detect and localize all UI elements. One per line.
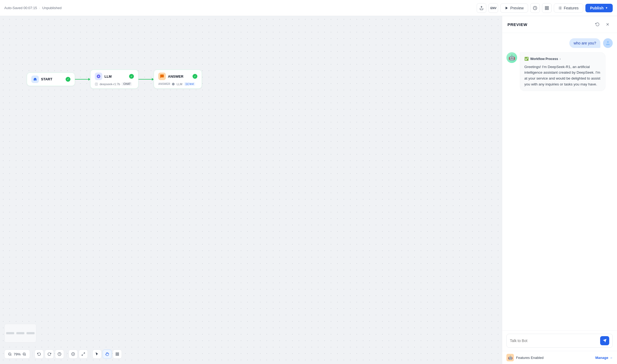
svg-rect-3 <box>545 6 547 8</box>
expand-btn[interactable] <box>79 350 88 359</box>
answer-node[interactable]: ANSWER ✓ ANSWER LLM {x} text <box>154 70 202 89</box>
start-node-title: START <box>41 77 63 81</box>
cursor-btn[interactable] <box>92 350 101 359</box>
undo-btn[interactable] <box>35 350 44 359</box>
publish-btn[interactable]: Publish ▼ <box>585 4 613 12</box>
svg-marker-1 <box>506 6 508 9</box>
answer-icon <box>160 74 164 78</box>
connector-1 <box>75 78 90 81</box>
answer-node-title: ANSWER <box>168 74 190 78</box>
history-btn[interactable] <box>55 350 64 359</box>
topbar-left: Auto-Saved 00:07:15 · Unpublished <box>4 6 62 10</box>
svg-rect-26 <box>116 354 117 355</box>
bot-bubble: ✅ Workflow Process › Greetings! I'm Deep… <box>520 52 605 91</box>
llm-node-check: ✓ <box>129 74 134 79</box>
start-node-icon <box>31 76 39 83</box>
answer-node-check: ✓ <box>193 74 197 79</box>
plus-icon <box>71 352 75 356</box>
answer-var-badge: {x} text <box>184 82 195 86</box>
share-icon <box>479 6 484 10</box>
features-bar: 🤖 Features Enabled Manage → <box>502 351 617 364</box>
clock-icon-btn[interactable] <box>530 3 540 13</box>
svg-rect-24 <box>116 353 117 354</box>
share-icon-btn[interactable] <box>477 3 486 13</box>
minimap-node-2 <box>16 332 24 334</box>
features-icon <box>558 6 562 10</box>
add-btn[interactable] <box>69 350 78 359</box>
svg-line-15 <box>25 355 26 356</box>
llm-icon <box>96 74 101 78</box>
svg-rect-5 <box>545 8 547 10</box>
preview-btn[interactable]: Preview <box>500 3 528 13</box>
zoom-level: 79% <box>14 352 21 356</box>
connector-line-1 <box>75 79 88 80</box>
user-avatar <box>603 38 613 48</box>
llm-node-header: LLM ✓ <box>95 73 134 80</box>
workflow-badge: ✅ Workflow Process › <box>524 56 601 62</box>
start-node-header: START ✓ <box>31 76 70 83</box>
refresh-btn[interactable] <box>593 20 601 28</box>
redo-btn[interactable] <box>45 350 54 359</box>
workflow-chevron-icon: › <box>560 57 561 62</box>
bot-response-text: Greetings! I'm DeepSeek-R1, an artificia… <box>524 65 600 86</box>
bot-message: 🤖 ✅ Workflow Process › Greetings! I'm De… <box>506 52 613 91</box>
connector-arrow-1 <box>88 78 90 81</box>
tb-sep-3 <box>90 351 90 357</box>
answer-node-header: ANSWER ✓ <box>158 73 197 80</box>
zoom-in-btn[interactable] <box>21 351 28 357</box>
chat-input[interactable] <box>510 339 598 343</box>
answer-source-icon <box>172 82 175 86</box>
close-btn[interactable] <box>604 20 612 28</box>
llm-model-name: deepseek-r1:7b <box>100 82 120 86</box>
model-icon <box>95 82 98 86</box>
zoom-area: 79% <box>4 350 30 359</box>
features-enabled-label: Features Enabled <box>516 356 544 360</box>
input-area <box>502 330 617 351</box>
cursor-icon <box>95 352 99 356</box>
tb-sep-1 <box>32 351 32 357</box>
features-btn[interactable]: Features <box>554 3 583 13</box>
workflow-check-icon: ✅ <box>524 56 529 62</box>
answer-node-icon <box>158 73 166 80</box>
canvas[interactable]: START ✓ LLM ✓ deepseek-r1:7b CHAT <box>0 16 502 364</box>
preview-panel: PREVIEW who are you? 🤖 ✅ Workflow Proce <box>502 16 617 364</box>
expand-icon <box>81 352 85 356</box>
svg-rect-6 <box>547 8 549 10</box>
bot-avatar: 🤖 <box>506 52 517 63</box>
history-icon <box>58 352 61 356</box>
close-icon <box>605 22 610 27</box>
svg-point-7 <box>560 7 561 9</box>
send-btn[interactable] <box>600 336 609 345</box>
bottom-toolbar: 79% <box>4 350 122 359</box>
topbar: Auto-Saved 00:07:15 · Unpublished ENV Pr… <box>0 0 617 16</box>
topbar-right: ENV Preview Features Publish ▼ <box>477 3 613 13</box>
svg-rect-25 <box>118 353 119 354</box>
minimap-inner <box>5 324 36 342</box>
features-left: 🤖 Features Enabled <box>506 354 544 361</box>
svg-point-10 <box>172 83 175 85</box>
user-bubble: who are you? <box>569 38 600 48</box>
llm-node[interactable]: LLM ✓ deepseek-r1:7b CHAT <box>90 70 138 89</box>
minimap-node-3 <box>27 332 35 334</box>
layout-icon-btn[interactable] <box>542 3 552 13</box>
env-icon-btn[interactable]: ENV <box>488 3 498 13</box>
grid-icon <box>115 352 119 356</box>
preview-header: PREVIEW <box>502 16 617 33</box>
zoom-out-btn[interactable] <box>7 351 13 357</box>
chat-area: who are you? 🤖 ✅ Workflow Process › Gree… <box>502 33 617 330</box>
grid-btn[interactable] <box>113 350 122 359</box>
start-node[interactable]: START ✓ <box>27 73 75 86</box>
minimap-nodes <box>6 332 35 335</box>
svg-marker-32 <box>603 339 606 342</box>
svg-line-22 <box>84 353 85 354</box>
refresh-icon <box>595 22 600 27</box>
svg-rect-4 <box>547 6 549 8</box>
user-icon <box>605 40 611 46</box>
manage-link[interactable]: Manage → <box>595 356 613 360</box>
publish-label: Publish <box>590 6 604 10</box>
llm-node-title: LLM <box>104 74 127 78</box>
minimap[interactable] <box>4 324 36 343</box>
pan-btn[interactable] <box>103 350 112 359</box>
llm-node-icon <box>95 73 102 80</box>
env-icon: ENV <box>490 6 496 10</box>
